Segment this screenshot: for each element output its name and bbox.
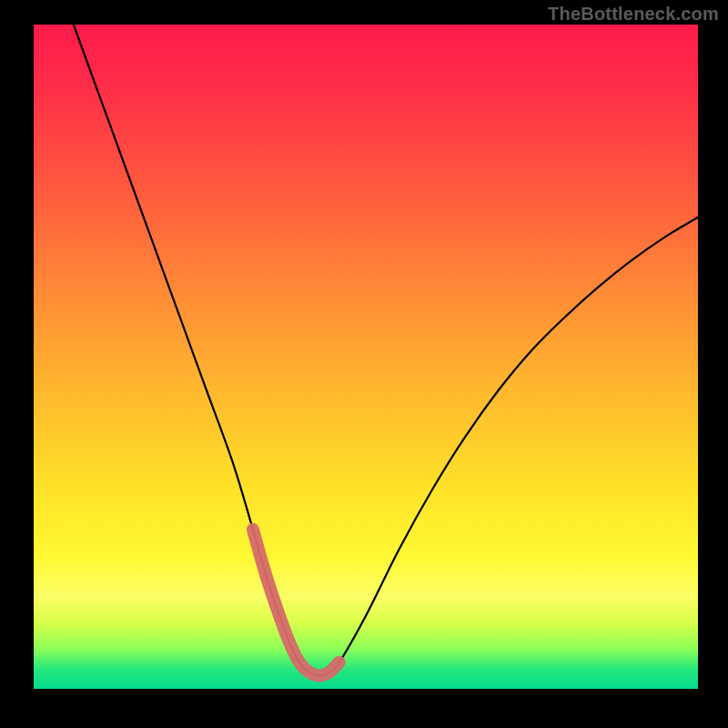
watermark-text: TheBottleneck.com <box>548 4 719 25</box>
bottleneck-curve-highlight <box>253 530 339 676</box>
curve-svg <box>34 25 698 689</box>
chart-canvas: TheBottleneck.com <box>0 0 728 728</box>
plot-area <box>34 25 698 689</box>
bottleneck-curve <box>74 25 698 675</box>
